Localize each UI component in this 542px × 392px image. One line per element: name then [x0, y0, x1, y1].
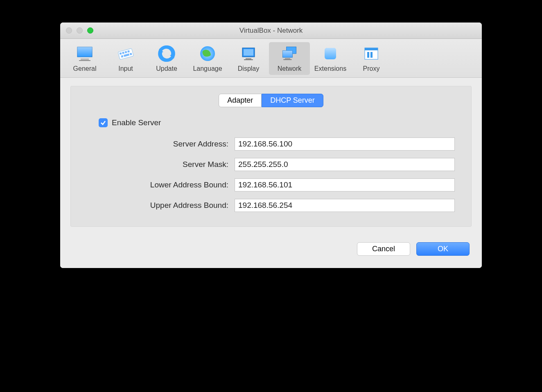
content: Adapter DHCP Server Enable Server Server… [60, 78, 482, 235]
toolbar-item-extensions[interactable]: Extensions [310, 42, 351, 75]
toolbar-item-update[interactable]: Update [146, 42, 187, 75]
dhcp-panel: Adapter DHCP Server Enable Server Server… [70, 86, 472, 227]
upper-bound-row: Upper Address Bound: [83, 199, 459, 212]
svg-rect-22 [283, 51, 293, 58]
refresh-icon [158, 45, 176, 63]
zoom-button[interactable] [87, 27, 93, 34]
tab-dhcp-server[interactable]: DHCP Server [262, 94, 323, 107]
svg-rect-30 [370, 52, 373, 58]
svg-rect-2 [81, 59, 89, 60]
monitor-icon [76, 45, 94, 63]
enable-server-row: Enable Server [99, 118, 459, 127]
server-mask-row: Server Mask: [83, 158, 459, 171]
toolbar-label: Input [118, 65, 133, 72]
toolbar-item-general[interactable]: General [64, 42, 105, 75]
toolbar-label: Network [278, 65, 302, 72]
cancel-button[interactable]: Cancel [357, 242, 410, 256]
lower-bound-input[interactable] [235, 178, 455, 191]
toolbar-label: Proxy [363, 65, 380, 72]
svg-rect-17 [244, 49, 253, 56]
lower-bound-label: Lower Address Bound: [83, 180, 235, 189]
enable-server-checkbox[interactable] [99, 118, 108, 127]
window-title: VirtualBox - Network [60, 27, 482, 35]
svg-rect-23 [285, 58, 290, 59]
proxy-icon [362, 45, 380, 63]
minimize-button[interactable] [77, 27, 83, 34]
ok-button[interactable]: OK [416, 242, 470, 256]
toolbar-item-display[interactable]: Display [228, 42, 269, 75]
svg-rect-19 [244, 59, 253, 60]
upper-bound-input[interactable] [235, 199, 455, 212]
traffic-lights [60, 27, 93, 34]
toolbar-item-language[interactable]: Language [187, 42, 228, 75]
tab-segment: Adapter DHCP Server [83, 94, 459, 107]
upper-bound-label: Upper Address Bound: [83, 201, 235, 210]
svg-rect-1 [77, 47, 92, 57]
server-mask-label: Server Mask: [83, 160, 235, 169]
footer: Cancel OK [60, 235, 482, 268]
svg-rect-18 [246, 58, 251, 59]
toolbar-item-proxy[interactable]: Proxy [351, 42, 392, 75]
server-address-input[interactable] [235, 137, 455, 151]
toolbar-label: Display [238, 65, 259, 72]
svg-rect-28 [365, 48, 378, 50]
svg-rect-3 [79, 60, 90, 61]
extensions-icon [321, 45, 339, 63]
lower-bound-row: Lower Address Bound: [83, 178, 459, 191]
svg-rect-24 [283, 59, 291, 60]
toolbar-label: Extensions [314, 65, 346, 72]
toolbar-label: Update [156, 65, 177, 72]
svg-rect-26 [325, 48, 336, 59]
network-icon [280, 45, 298, 63]
titlebar: VirtualBox - Network [60, 23, 482, 39]
server-mask-input[interactable] [235, 158, 455, 171]
svg-rect-29 [367, 52, 369, 58]
toolbar-item-network[interactable]: Network [269, 42, 310, 75]
toolbar-item-input[interactable]: Input [105, 42, 146, 75]
enable-server-label: Enable Server [112, 118, 161, 127]
server-address-row: Server Address: [83, 137, 459, 151]
preferences-window: VirtualBox - Network General [60, 23, 482, 268]
toolbar-label: General [73, 65, 97, 72]
close-button[interactable] [66, 27, 72, 34]
keyboard-icon [117, 45, 135, 63]
globe-icon [199, 45, 217, 63]
server-address-label: Server Address: [83, 140, 235, 149]
toolbar: General Input [60, 39, 482, 78]
display-icon [239, 45, 257, 63]
tab-adapter[interactable]: Adapter [219, 94, 262, 107]
toolbar-label: Language [193, 65, 222, 72]
